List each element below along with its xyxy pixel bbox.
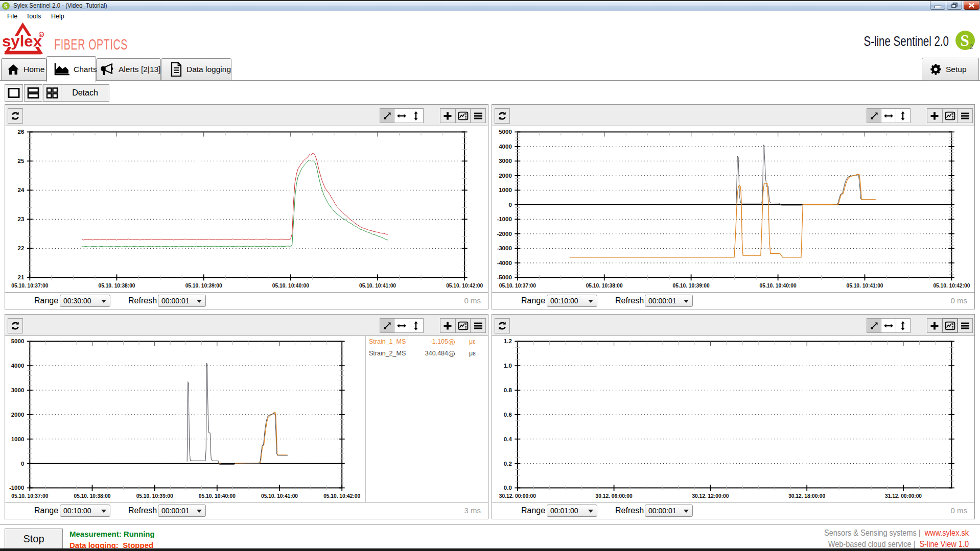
svg-text:-5000: -5000 <box>497 274 511 280</box>
svg-text:05.10. 10:37:00: 05.10. 10:37:00 <box>11 282 48 289</box>
svg-text:05.10. 10:38:00: 05.10. 10:38:00 <box>586 282 623 289</box>
svg-text:05.10. 10:42:00: 05.10. 10:42:00 <box>323 493 360 499</box>
svg-text:05.10. 10:39:00: 05.10. 10:39:00 <box>136 493 173 499</box>
svg-text:0.6: 0.6 <box>504 412 512 418</box>
svg-text:3000: 3000 <box>499 158 512 164</box>
svg-text:sylex: sylex <box>2 33 42 50</box>
svg-text:2000: 2000 <box>11 412 25 418</box>
svg-text:R: R <box>40 33 42 37</box>
svg-text:2: 2 <box>969 43 973 51</box>
svg-text:05.10. 10:40:00: 05.10. 10:40:00 <box>760 282 797 289</box>
svg-text:1.2: 1.2 <box>504 338 512 344</box>
svg-text:21: 21 <box>18 274 25 280</box>
svg-text:S: S <box>960 32 969 50</box>
svg-text:1000: 1000 <box>499 187 512 193</box>
svg-text:31.12. 00:00:00: 31.12. 00:00:00 <box>885 493 922 499</box>
svg-text:05.10. 10:41:00: 05.10. 10:41:00 <box>359 282 396 289</box>
svg-text:4000: 4000 <box>499 143 512 150</box>
svg-text:05.10. 10:39:00: 05.10. 10:39:00 <box>185 282 222 289</box>
svg-text:S: S <box>4 3 8 10</box>
svg-text:05.10. 10:42:00: 05.10. 10:42:00 <box>933 282 970 289</box>
svg-text:0.4: 0.4 <box>504 436 512 442</box>
svg-text:22: 22 <box>18 245 25 251</box>
svg-text:0.0: 0.0 <box>504 485 512 491</box>
svg-text:05.10. 10:40:00: 05.10. 10:40:00 <box>272 282 309 289</box>
svg-text:05.10. 10:38:00: 05.10. 10:38:00 <box>74 493 111 499</box>
svg-text:0: 0 <box>21 461 24 467</box>
svg-text:05.10. 10:37:00: 05.10. 10:37:00 <box>11 493 48 499</box>
svg-text:4000: 4000 <box>11 363 25 369</box>
svg-text:-3000: -3000 <box>497 245 511 251</box>
svg-text:24: 24 <box>18 187 25 193</box>
svg-text:-4000: -4000 <box>497 260 511 266</box>
svg-text:05.10. 10:37:00: 05.10. 10:37:00 <box>499 282 536 289</box>
svg-text:2000: 2000 <box>499 173 512 179</box>
svg-text:05.10. 10:39:00: 05.10. 10:39:00 <box>673 282 710 289</box>
svg-text:5000: 5000 <box>499 129 512 135</box>
svg-text:0: 0 <box>508 202 511 208</box>
svg-text:1000: 1000 <box>11 436 25 442</box>
svg-text:-1000: -1000 <box>9 485 24 491</box>
svg-text:5000: 5000 <box>11 338 25 344</box>
svg-text:05.10. 10:38:00: 05.10. 10:38:00 <box>99 282 135 289</box>
svg-text:23: 23 <box>18 216 25 222</box>
svg-text:30.12. 12:00:00: 30.12. 12:00:00 <box>692 493 729 499</box>
svg-text:05.10. 10:41:00: 05.10. 10:41:00 <box>847 282 883 289</box>
svg-text:30.12. 06:00:00: 30.12. 06:00:00 <box>596 493 633 499</box>
svg-text:-2000: -2000 <box>497 231 511 237</box>
svg-text:0.8: 0.8 <box>504 387 512 393</box>
svg-text:05.10. 10:41:00: 05.10. 10:41:00 <box>261 493 298 499</box>
svg-text:05.10. 10:42:00: 05.10. 10:42:00 <box>446 282 483 289</box>
svg-text:-1000: -1000 <box>497 216 511 222</box>
svg-text:25: 25 <box>18 158 25 164</box>
svg-text:1.0: 1.0 <box>504 363 512 369</box>
svg-text:05.10. 10:40:00: 05.10. 10:40:00 <box>199 493 236 499</box>
svg-text:0.2: 0.2 <box>504 461 512 467</box>
svg-text:3000: 3000 <box>11 387 25 393</box>
svg-text:30.12. 18:00:00: 30.12. 18:00:00 <box>788 493 825 499</box>
svg-text:26: 26 <box>18 129 25 135</box>
svg-text:30.12. 00:00:00: 30.12. 00:00:00 <box>499 493 536 499</box>
